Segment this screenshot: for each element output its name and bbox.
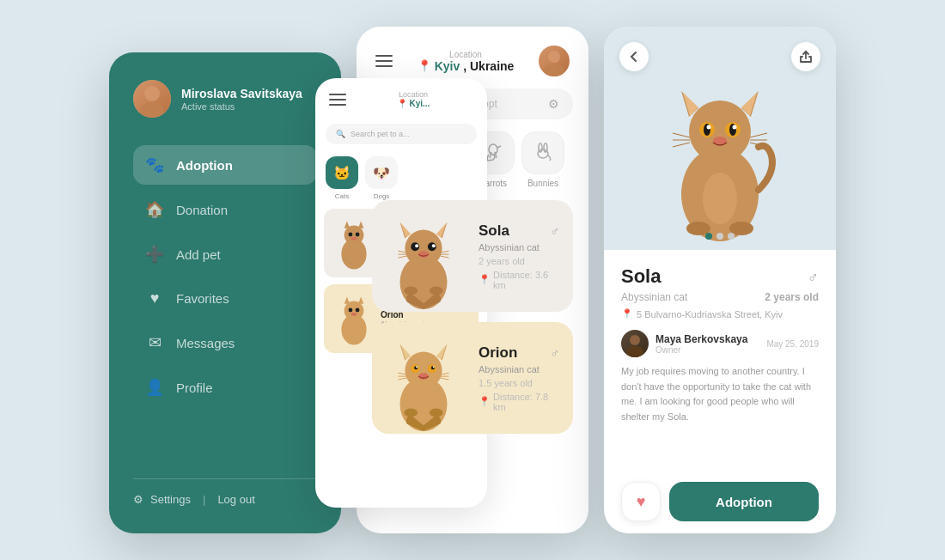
profile-label: Profile (176, 380, 213, 395)
peek-location: 📍 Kyi... (353, 99, 473, 108)
pet-detail-image-area (604, 27, 836, 250)
dot-1 (705, 233, 712, 240)
sidebar-screen: Miroslava Savitskaya Active status 🐾 Ado… (109, 52, 341, 533)
bunnies-icon-box (521, 131, 564, 174)
svg-point-45 (405, 352, 442, 389)
svg-point-75 (707, 125, 711, 130)
country-name: , Ukraine (463, 59, 514, 73)
settings-button[interactable]: ⚙ Settings (133, 493, 191, 506)
image-dots (604, 233, 836, 240)
pet-card-sola[interactable]: Sola ♂ Abyssinian cat 2 years old 📍 Dist… (372, 200, 573, 312)
detail-gender-icon: ♂ (808, 269, 820, 287)
orion-distance-pin-icon: 📍 (479, 396, 491, 407)
svg-point-14 (356, 307, 360, 312)
favorite-button[interactable]: ♥ (621, 482, 661, 521)
adoption-button[interactable]: Adoption (669, 482, 819, 521)
svg-point-10 (344, 301, 364, 320)
donation-label: Donation (176, 203, 228, 217)
sola-gender: ♂ (551, 224, 560, 238)
svg-point-3 (344, 225, 364, 245)
user-avatar-img (133, 80, 171, 118)
sola-distance: 📍 Distance: 3.6 km (479, 270, 559, 290)
svg-point-54 (416, 366, 418, 368)
user-name: Miroslava Savitskaya (181, 86, 302, 101)
adoption-label: Adoption (176, 158, 233, 173)
svg-point-87 (630, 335, 640, 345)
svg-marker-4 (344, 221, 351, 228)
svg-point-56 (418, 373, 429, 380)
svg-line-38 (399, 256, 407, 258)
svg-point-33 (415, 244, 418, 247)
logout-button[interactable]: Log out (217, 493, 254, 506)
sidebar-item-profile[interactable]: 👤 Profile (133, 368, 317, 407)
orion-image-area (372, 322, 475, 434)
svg-marker-29 (400, 223, 411, 238)
detail-age: 2 years old (765, 291, 819, 303)
owner-text-info: Maya Berkovskaya Owner (655, 333, 747, 355)
svg-point-13 (349, 307, 353, 312)
paw-icon: 🐾 (145, 155, 164, 174)
svg-point-16 (548, 51, 560, 63)
sidebar-item-messages[interactable]: ✉ Messages (133, 323, 317, 362)
peek-header: Location 📍 Kyi... (315, 78, 487, 120)
category-bunnies[interactable]: Bunnies (521, 131, 564, 188)
detail-pet-name: Sola (621, 265, 661, 288)
header-user-avatar[interactable] (539, 46, 570, 76)
svg-marker-12 (358, 296, 364, 303)
svg-point-88 (626, 346, 643, 357)
user-info: Miroslava Savitskaya Active status (181, 86, 302, 112)
sidebar-item-add-pet[interactable]: ➕ Add pet (133, 234, 317, 274)
peek-search: 🔍 Search pet to a... (326, 124, 477, 144)
detail-breed: Abyssinian cat (621, 291, 687, 303)
pet-detail-screen: Sola ♂ Abyssinian cat 2 years old 📍 5 Bu… (604, 27, 836, 533)
city-name: Kyiv (435, 59, 460, 73)
svg-marker-48 (400, 345, 411, 360)
pet-card-orion[interactable]: Orion ♂ Abyssinian cat 1.5 years old 📍 D… (372, 322, 573, 434)
svg-point-76 (733, 125, 737, 130)
nav-menu: 🐾 Adoption 🏠 Donation ➕ Add pet ♥ Favori… (133, 145, 317, 478)
detail-address: 📍 5 Bulvarno-Kudriavska Street, Kyiv (621, 308, 819, 320)
sidebar-item-favorites[interactable]: ♥ Favorites (133, 279, 317, 318)
user-status: Active status (181, 101, 302, 112)
location-block: Location 📍 Kyiv , Ukraine (418, 50, 515, 73)
menu-icon[interactable] (375, 55, 393, 67)
heart-icon: ♥ (145, 289, 164, 307)
svg-point-8 (351, 236, 357, 240)
svg-point-86 (703, 173, 737, 224)
settings-label: Settings (150, 493, 191, 506)
orion-breed: Abyssinian cat (479, 364, 559, 374)
sola-info: Sola ♂ Abyssinian cat 2 years old 📍 Dist… (475, 222, 559, 290)
svg-point-35 (418, 251, 429, 258)
svg-point-1 (140, 102, 164, 118)
add-icon: ➕ (145, 245, 164, 264)
pet-description: My job requires moving to another countr… (621, 364, 819, 470)
heart-home-icon: 🏠 (145, 200, 164, 219)
dot-2 (716, 233, 723, 240)
svg-marker-5 (358, 221, 364, 228)
settings-gear-icon: ⚙ (133, 493, 143, 506)
owner-avatar (621, 330, 649, 357)
detail-nav (604, 42, 836, 71)
sidebar-item-adoption[interactable]: 🐾 Adoption (133, 145, 317, 185)
share-button[interactable] (791, 42, 820, 71)
svg-marker-30 (436, 223, 447, 238)
sidebar-item-donation[interactable]: 🏠 Donation (133, 190, 317, 229)
distance-pin-icon: 📍 (479, 274, 491, 285)
screens-container: Miroslava Savitskaya Active status 🐾 Ado… (92, 9, 853, 551)
svg-point-15 (351, 312, 357, 315)
back-button[interactable] (619, 42, 649, 71)
owner-name: Maya Berkovskaya (655, 333, 747, 345)
svg-point-0 (144, 86, 160, 101)
detail-sub: Abyssinian cat 2 years old (621, 291, 819, 303)
messages-label: Messages (176, 336, 235, 350)
address-text: 5 Bulvarno-Kudriavska Street, Kyiv (637, 309, 783, 320)
svg-point-7 (356, 232, 360, 236)
svg-line-78 (673, 133, 690, 137)
svg-point-17 (544, 64, 564, 76)
svg-line-41 (441, 256, 449, 258)
sola-detail-image (643, 52, 797, 241)
orion-gender: ♂ (551, 346, 560, 360)
dot-3 (728, 233, 735, 240)
message-icon: ✉ (145, 333, 164, 352)
svg-point-21 (489, 144, 497, 155)
